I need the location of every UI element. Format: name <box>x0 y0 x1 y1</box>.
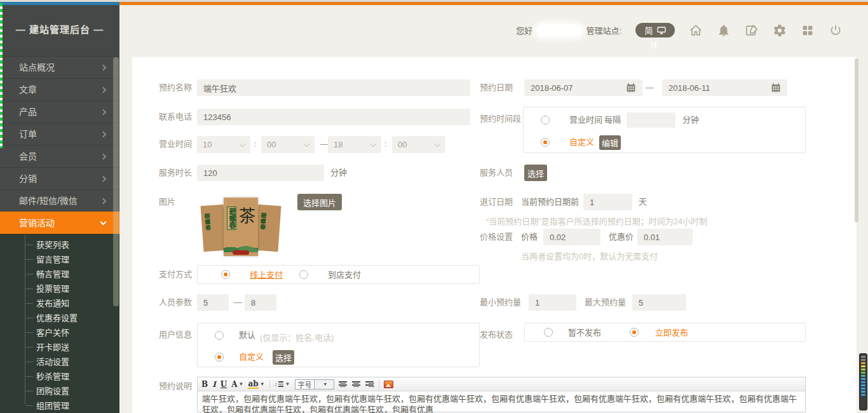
radio-pay-online[interactable] <box>221 270 230 279</box>
radio-publish-hold[interactable] <box>544 328 553 337</box>
colon: : <box>384 136 387 152</box>
submenu-item-group-buy[interactable]: 团购设置 <box>0 384 119 398</box>
radio-publish-now[interactable] <box>630 328 639 337</box>
radio-slot-custom[interactable] <box>541 138 550 147</box>
rich-text-editor: B I U A▼ ab▼ ↕▼ 字号▼ 端午狂欢，包厢有优惠端午狂欢，包厢有优惠… <box>197 377 806 412</box>
radio-slot-business-hours[interactable] <box>541 116 550 125</box>
duration-input[interactable]: 120 <box>197 165 324 181</box>
description-content[interactable]: 端午狂欢，包厢有优惠端午狂欢，包厢有优惠端午狂欢，包厢有优惠端午狂欢，包厢有优惠… <box>198 391 805 413</box>
field-label-refund: 退订日期 <box>480 194 513 210</box>
calendar-icon[interactable] <box>771 83 781 93</box>
submenu-item-flash-sale[interactable]: 秒杀管理 <box>0 369 119 384</box>
sidebar-item-orders[interactable]: 订单 <box>0 123 119 145</box>
price-input[interactable]: 0.02 <box>543 229 600 245</box>
grid-icon[interactable] <box>801 24 815 37</box>
submenu-item-activity-settings[interactable]: 活动设置 <box>0 355 119 369</box>
underline-button[interactable]: U <box>220 381 227 388</box>
sidebar-submenu: 获奖列表 留言管理 畅言管理 投票管理 发布通知 优惠券设置 客户关怀 开卡即送… <box>0 238 119 413</box>
align-right-button[interactable] <box>365 381 374 388</box>
highlight-button[interactable]: ab▼ <box>248 380 264 389</box>
discount-sublabel: 优惠价 <box>609 229 634 245</box>
slot-business-hours-label[interactable]: 营业时间 <box>569 112 602 128</box>
sidebar-item-site-overview[interactable]: 站点概况 <box>0 56 119 78</box>
font-size-select[interactable]: 字号▼ <box>295 379 334 389</box>
phone-input[interactable]: 123456 <box>197 109 470 125</box>
userinfo-custom-label[interactable]: 自定义 <box>239 349 264 365</box>
userinfo-choose-button[interactable]: 选择 <box>273 350 294 365</box>
people-max-input[interactable]: 8 <box>245 294 276 311</box>
pay-online-label[interactable]: 线上支付 <box>250 267 283 283</box>
submenu-item-coupon-settings[interactable]: 优惠券设置 <box>0 311 119 325</box>
browser-extension-minimap[interactable] <box>859 353 867 410</box>
field-label-staff: 服务人员 <box>480 165 513 181</box>
language-switcher[interactable]: 简 体 <box>635 23 675 37</box>
slot-interval-input[interactable] <box>627 112 675 128</box>
submenu-item-publish-notice[interactable]: 发布通知 <box>0 296 119 311</box>
sidebar-item-distribution[interactable]: 分销 <box>0 167 119 189</box>
pay-offline-label[interactable]: 到店支付 <box>328 267 361 283</box>
submenu-item-customer-care[interactable]: 客户关怀 <box>0 325 119 340</box>
align-left-button[interactable] <box>339 381 348 388</box>
submenu-item-card-gift[interactable]: 开卡即送 <box>0 340 119 355</box>
submenu-item-comment-mgmt[interactable]: 畅言管理 <box>0 267 119 281</box>
date-to-input[interactable]: 2018-06-11 <box>662 79 787 96</box>
submenu-item-vote-mgmt[interactable]: 投票管理 <box>0 281 119 296</box>
min-booking-input[interactable]: 1 <box>529 294 576 311</box>
sidebar-item-members[interactable]: 会员 <box>0 145 119 167</box>
refund-prefix: 当前预约日期前 <box>521 194 579 210</box>
radio-userinfo-default[interactable] <box>215 331 224 340</box>
home-icon[interactable] <box>689 24 703 37</box>
chevron-right-icon <box>100 132 107 138</box>
line-spacing-button[interactable]: ↕▼ <box>275 381 290 388</box>
hours-from-hour-select[interactable]: 10 <box>197 136 250 153</box>
italic-button[interactable]: I <box>212 381 216 388</box>
name-input[interactable]: 端午狂欢 <box>197 79 470 96</box>
publish-hold-label[interactable]: 暂不发布 <box>568 325 601 341</box>
slot-edit-button[interactable]: 编辑 <box>599 135 621 150</box>
discount-input[interactable]: 0.01 <box>637 229 693 245</box>
power-icon[interactable] <box>829 24 843 37</box>
field-label-name: 预约名称 <box>159 79 192 96</box>
redacted-username <box>536 25 582 36</box>
edit-icon[interactable] <box>745 24 759 37</box>
sidebar-item-products[interactable]: 产品 <box>0 100 119 123</box>
people-min-input[interactable]: 5 <box>197 294 229 311</box>
hours-to-min-select[interactable]: 00 <box>392 136 445 153</box>
sidebar-item-articles[interactable]: 文章 <box>0 78 119 100</box>
sidebar-item-mail-sms-wechat[interactable]: 邮件/短信/微信 <box>0 189 119 212</box>
bold-button[interactable]: B <box>201 381 208 388</box>
hours-to-hour-select[interactable]: 18 <box>328 136 381 153</box>
sidebar-submenu-panel: 获奖列表 留言管理 畅言管理 投票管理 发布通知 优惠券设置 客户关怀 开卡即送… <box>0 234 119 413</box>
max-booking-input[interactable]: 5 <box>632 294 686 311</box>
chevron-right-icon <box>100 176 107 182</box>
slot-custom-label[interactable]: 自定义 <box>569 134 594 151</box>
tea-box-center: 碧螺春 茶 <box>224 198 258 256</box>
sidebar-scrollbar[interactable] <box>113 57 119 306</box>
content-scrollbar[interactable] <box>855 58 858 222</box>
slot-every-label: 每隔 <box>604 112 621 128</box>
date-from-input[interactable]: 2018-06-07 <box>524 79 642 96</box>
publish-now-label[interactable]: 立即发布 <box>655 325 688 341</box>
userinfo-default-label[interactable]: 默认 <box>239 327 255 344</box>
chevron-down-icon <box>100 219 107 226</box>
sidebar-item-marketing[interactable]: 营销活动 <box>0 212 119 234</box>
submenu-item-message-mgmt[interactable]: 留言管理 <box>0 252 119 267</box>
hours-from-min-select[interactable]: 00 <box>261 136 315 153</box>
staff-choose-button[interactable]: 选择 <box>524 165 547 181</box>
gear-icon[interactable] <box>773 24 787 37</box>
align-center-button[interactable] <box>352 381 361 388</box>
font-color-button[interactable]: A▼ <box>231 381 243 388</box>
choose-image-button[interactable]: 选择图片 <box>297 194 342 210</box>
product-image[interactable]: 碧螺春 碧螺春 碧螺春 茶 <box>197 194 285 259</box>
insert-image-button[interactable] <box>384 381 393 388</box>
timeslot-options-box: 营业时间 每隔 分钟 自定义 编辑 <box>523 107 806 153</box>
bell-icon[interactable] <box>717 24 731 37</box>
submenu-item-award-list[interactable]: 获奖列表 <box>0 238 119 252</box>
calendar-icon[interactable] <box>626 83 636 93</box>
radio-userinfo-custom[interactable] <box>215 353 224 362</box>
refund-days-input[interactable]: 1 <box>583 194 632 210</box>
chevron-right-icon <box>100 87 107 93</box>
radio-pay-offline[interactable] <box>299 270 308 279</box>
duration-unit: 分钟 <box>330 165 347 181</box>
submenu-item-team-mgmt[interactable]: 组团管理 <box>0 398 119 413</box>
